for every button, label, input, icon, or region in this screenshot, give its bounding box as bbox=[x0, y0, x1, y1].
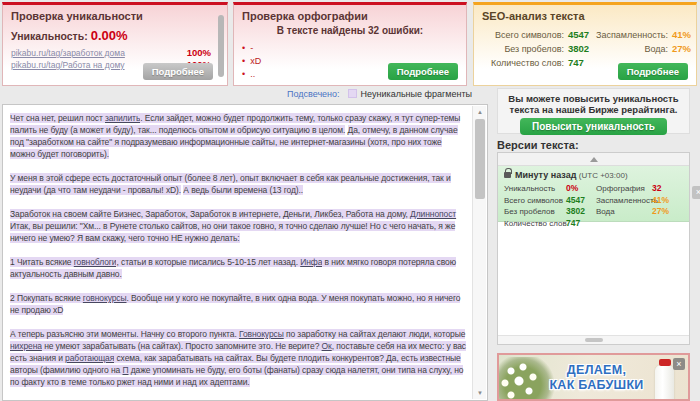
seo-stats-left: Всего символов:4547Без пробелов:3802Коли… bbox=[482, 28, 596, 70]
versions-resize-bar[interactable] bbox=[498, 335, 689, 344]
text-link[interactable]: нихрена bbox=[10, 341, 42, 351]
increase-uniqueness-button[interactable]: Повысить уникальность bbox=[520, 118, 667, 135]
version-stat-value: 747 bbox=[566, 218, 580, 228]
spelling-details-button[interactable]: Подробнее bbox=[388, 63, 458, 80]
text-link[interactable]: П bbox=[122, 365, 128, 375]
version-stat-value: 41% bbox=[652, 195, 669, 205]
seo-stat-row: Количество слов:747 bbox=[482, 56, 596, 70]
highlight-swatch-icon bbox=[348, 89, 357, 98]
version-header: Минуту назад (UTC +03:00) bbox=[504, 170, 683, 181]
seo-stat-label: Без пробелов: bbox=[482, 43, 564, 56]
uniqueness-result: Уникальность:0.00% bbox=[11, 28, 219, 43]
version-stat-row: Вода27% bbox=[596, 206, 674, 218]
text-scrollbar[interactable]: ▲ ▼ bbox=[472, 106, 486, 399]
uniqueness-panel-scrollbar[interactable] bbox=[218, 15, 224, 77]
version-stat-value: 3802 bbox=[566, 206, 585, 216]
drag-handle-icon bbox=[585, 338, 603, 342]
versions-title: Версии текста: bbox=[497, 139, 579, 151]
version-stat-row: Всего символов4547 bbox=[504, 195, 596, 207]
paragraph: 1 Читать всякие говноблоги, статьи в кот… bbox=[10, 256, 469, 280]
seo-stat-value: 747 bbox=[568, 57, 584, 68]
version-stat-row: Уникальность0% bbox=[504, 183, 596, 195]
version-entry[interactable]: Минуту назад (UTC +03:00) Уникальность0%… bbox=[498, 166, 689, 222]
paragraph: 2 Покупать всякие говнокурсы. Вообще ни … bbox=[10, 292, 469, 316]
version-stat-label: Количество слов bbox=[504, 219, 566, 230]
document-text: Чет сна нет, решил пост запилить. Если з… bbox=[4, 106, 472, 400]
spelling-subtitle: В тексте найдены 32 ошибки: bbox=[242, 25, 458, 36]
text-fragment: Заработок на своем сайте Бизнес, Заработ… bbox=[10, 209, 410, 219]
checked-text-area[interactable]: Чет сна нет, решил пост запилить. Если з… bbox=[2, 104, 488, 401]
text-fragment: Итак, вы решили: "Хм... в Рунете столько… bbox=[10, 221, 455, 243]
version-stat-value: 4547 bbox=[566, 195, 585, 205]
seo-details-button[interactable]: Подробнее bbox=[618, 63, 688, 80]
legend-item-label: Неуникальные фрагменты bbox=[361, 89, 472, 99]
spelling-error-item[interactable]: - bbox=[242, 42, 458, 55]
lock-icon bbox=[504, 172, 511, 178]
ad-close-button[interactable]: × bbox=[673, 358, 685, 370]
text-fragment: по заработку на сайтах делают люди, кото… bbox=[284, 329, 466, 339]
match-link[interactable]: pikabu.ru/tag/заработок дома bbox=[11, 47, 125, 59]
scroll-down-icon[interactable]: ▼ bbox=[473, 387, 487, 399]
seo-stat-value: 4547 bbox=[568, 29, 589, 40]
text-link[interactable]: говнокурсы bbox=[83, 293, 127, 303]
version-stats-right: Орфография32Заспамленность41%Вода27% bbox=[596, 183, 674, 229]
version-stat-label: Уникальность bbox=[504, 184, 566, 195]
match-row: pikabu.ru/tag/заработок дома100% bbox=[11, 47, 211, 59]
version-stat-label: Заспамленность bbox=[596, 196, 652, 207]
seo-stat-label: Вода: bbox=[596, 43, 668, 56]
uniqueness-label: Уникальность: bbox=[11, 30, 88, 42]
ad-text-line2: КАК БАБУШКИ bbox=[545, 378, 648, 393]
version-stat-row: Орфография32 bbox=[596, 183, 674, 195]
paragraph: А теперь разъясню эти моменты. Начну со … bbox=[10, 328, 469, 388]
uniqueness-panel: Проверка уникальности Уникальность:0.00%… bbox=[2, 2, 228, 86]
seo-stat-label: Заспамленность: bbox=[596, 29, 668, 42]
text-fragment: 1 Читать всякие bbox=[10, 257, 74, 267]
version-stat-value: 0% bbox=[566, 183, 578, 193]
version-stats: Уникальность0%Всего символов4547Без проб… bbox=[504, 183, 683, 229]
seo-stat-row: Всего символов:4547 bbox=[482, 28, 596, 42]
version-stat-row: Количество слов747 bbox=[504, 218, 596, 230]
text-link[interactable]: Ок bbox=[322, 341, 332, 351]
seo-panel-title: SEO-анализ текста bbox=[482, 10, 688, 22]
text-link[interactable]: запилить bbox=[105, 113, 140, 123]
scroll-up-icon[interactable]: ▲ bbox=[473, 106, 487, 118]
seo-stat-label: Всего символов: bbox=[482, 29, 564, 42]
match-link[interactable]: pikabu.ru/tag/Работа на дому bbox=[11, 59, 125, 71]
ad-banner[interactable]: ДЕЛАЕМ, КАК БАБУШКИ × bbox=[497, 353, 690, 401]
text-fragment: Чет сна нет, решил пост bbox=[10, 113, 105, 123]
version-timezone: (UTC +03:00) bbox=[579, 171, 628, 180]
text-fragment: , статьи в которые писались 5-10-15 лет … bbox=[116, 257, 300, 267]
text-link[interactable]: Длиннопост bbox=[410, 209, 456, 219]
version-delete-button[interactable]: × bbox=[692, 186, 700, 199]
paragraph: Чет сна нет, решил пост запилить. Если з… bbox=[10, 112, 469, 160]
uniqueness-panel-title: Проверка уникальности bbox=[11, 10, 219, 22]
spelling-panel: Проверка орфографии В тексте найдены 32 … bbox=[233, 2, 467, 86]
seo-stat-row: Без пробелов:3802 bbox=[482, 42, 596, 56]
text-fragment: 2 Покупать всякие bbox=[10, 293, 83, 303]
text-fragment: А ведь были времена (13 год).. bbox=[183, 185, 303, 195]
milk-bottle-image bbox=[655, 365, 674, 401]
seo-stat-value: 41% bbox=[672, 29, 691, 40]
uniqueness-details-button[interactable]: Подробнее bbox=[143, 63, 213, 80]
legend-label: Подсвечено: bbox=[287, 89, 340, 99]
ad-text-line1: ДЕЛАЕМ, bbox=[545, 363, 648, 378]
rewrite-promo-box: Вы можете повысить уникальность текста н… bbox=[497, 88, 690, 134]
text-fragment: не умеют зарабатывать (на сайтах). Прост… bbox=[42, 341, 322, 351]
versions-collapse-bar[interactable] bbox=[498, 153, 689, 166]
seo-panel: SEO-анализ текста Всего символов:4547Без… bbox=[473, 2, 697, 86]
chevron-up-icon bbox=[590, 157, 598, 162]
version-stat-value: 27% bbox=[652, 206, 669, 216]
version-stat-row: Без пробелов3802 bbox=[504, 206, 596, 218]
text-link[interactable]: Говнокурсы bbox=[239, 329, 284, 339]
text-link[interactable]: работающая bbox=[65, 353, 114, 363]
seo-stat-row: Вода:27% bbox=[596, 42, 688, 56]
highlight-legend: Подсвечено:Неуникальные фрагменты bbox=[2, 89, 472, 102]
text-scrollbar-thumb[interactable] bbox=[475, 119, 485, 199]
match-percent: 100% bbox=[187, 47, 211, 59]
text-link[interactable]: говноблоги bbox=[74, 257, 117, 267]
seo-stat-row: Заспамленность:41% bbox=[596, 28, 688, 42]
seo-stat-value: 27% bbox=[672, 43, 691, 54]
text-link[interactable]: Инфа bbox=[300, 257, 322, 267]
version-stat-label: Орфография bbox=[596, 184, 652, 195]
version-stats-left: Уникальность0%Всего символов4547Без проб… bbox=[504, 183, 596, 229]
